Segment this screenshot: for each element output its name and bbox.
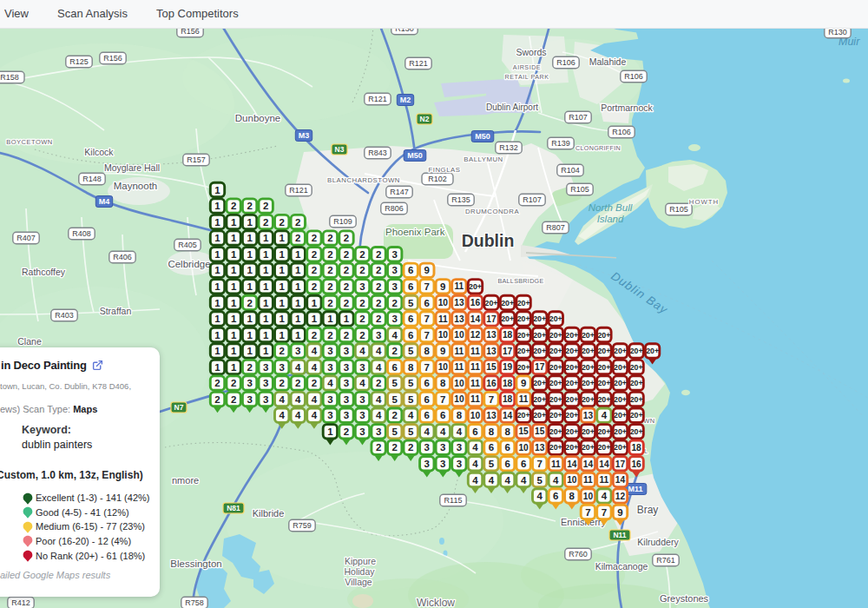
svg-text:4: 4	[536, 491, 542, 501]
svg-text:4: 4	[376, 362, 382, 373]
svg-text:8: 8	[504, 426, 510, 437]
svg-text:20+: 20+	[614, 347, 627, 355]
svg-text:7: 7	[440, 394, 445, 405]
svg-text:2: 2	[295, 217, 300, 228]
svg-text:Maynooth: Maynooth	[114, 181, 158, 191]
svg-text:R105: R105	[669, 205, 688, 214]
svg-text:1: 1	[231, 233, 237, 243]
svg-text:3: 3	[344, 346, 349, 356]
svg-text:20+: 20+	[485, 299, 498, 307]
svg-text:RETAIL PARK: RETAIL PARK	[505, 73, 549, 81]
svg-text:3: 3	[279, 362, 284, 373]
svg-text:12: 12	[470, 330, 481, 340]
svg-text:10: 10	[438, 298, 449, 307]
svg-text:20+: 20+	[630, 427, 643, 436]
svg-text:8: 8	[569, 491, 575, 501]
svg-text:BOYCETOWN: BOYCETOWN	[6, 138, 53, 146]
svg-text:1: 1	[263, 346, 269, 356]
svg-text:2: 2	[391, 298, 397, 308]
svg-text:4: 4	[504, 475, 510, 486]
svg-text:4: 4	[295, 410, 301, 420]
svg-text:Straffan: Straffan	[100, 306, 132, 316]
svg-text:2: 2	[279, 378, 284, 388]
svg-text:7: 7	[536, 459, 542, 469]
svg-text:3: 3	[457, 442, 462, 453]
svg-text:20+: 20+	[582, 427, 595, 436]
svg-text:20+: 20+	[597, 443, 610, 452]
svg-text:2: 2	[344, 265, 349, 275]
svg-text:10: 10	[438, 362, 449, 372]
svg-text:2: 2	[376, 442, 381, 453]
svg-text:1: 1	[214, 330, 220, 340]
svg-text:1: 1	[231, 249, 237, 260]
svg-text:20+: 20+	[614, 363, 627, 372]
svg-text:Dublin: Dublin	[462, 231, 515, 250]
svg-text:M50: M50	[475, 132, 490, 141]
svg-text:2: 2	[263, 217, 268, 228]
svg-text:R102: R102	[428, 175, 447, 183]
svg-text:2: 2	[359, 330, 365, 340]
svg-text:5: 5	[391, 426, 398, 437]
svg-text:11: 11	[600, 475, 609, 485]
svg-text:20+: 20+	[533, 347, 546, 355]
svg-text:20+: 20+	[549, 411, 562, 420]
svg-text:2: 2	[214, 378, 220, 388]
svg-text:7: 7	[489, 394, 494, 405]
svg-text:Moyglare Hall: Moyglare Hall	[104, 162, 160, 173]
svg-text:1: 1	[231, 330, 237, 340]
svg-text:3: 3	[391, 314, 397, 324]
svg-text:11: 11	[551, 459, 561, 469]
svg-text:20+: 20+	[614, 427, 627, 436]
svg-text:1: 1	[279, 330, 285, 340]
svg-text:R107: R107	[569, 113, 588, 122]
svg-text:1: 1	[214, 281, 220, 292]
svg-text:18: 18	[503, 394, 513, 404]
svg-text:2: 2	[312, 233, 317, 243]
svg-text:8: 8	[457, 410, 463, 420]
svg-text:2: 2	[312, 249, 317, 260]
svg-text:R412: R412	[11, 598, 30, 607]
svg-text:20+: 20+	[614, 443, 627, 452]
svg-text:R109: R109	[333, 217, 352, 226]
svg-text:2: 2	[327, 281, 332, 292]
svg-text:20+: 20+	[582, 443, 595, 452]
svg-text:1: 1	[214, 233, 220, 243]
svg-text:2: 2	[279, 346, 284, 356]
svg-text:20+: 20+	[597, 331, 610, 340]
svg-text:4: 4	[327, 378, 333, 388]
svg-text:Blessington: Blessington	[170, 558, 221, 569]
svg-text:2: 2	[214, 394, 220, 405]
svg-text:M50: M50	[407, 151, 423, 160]
svg-text:8: 8	[408, 362, 414, 373]
svg-text:R761: R761	[656, 556, 675, 565]
svg-text:2: 2	[327, 249, 332, 260]
svg-text:17: 17	[486, 314, 496, 324]
svg-text:14: 14	[583, 459, 594, 469]
svg-text:2: 2	[327, 265, 332, 275]
svg-text:8: 8	[424, 346, 431, 356]
svg-text:M4: M4	[99, 197, 110, 206]
svg-text:20+: 20+	[549, 379, 562, 387]
svg-text:N2: N2	[420, 115, 430, 123]
svg-text:15: 15	[535, 426, 545, 436]
svg-text:R115: R115	[444, 496, 463, 505]
svg-text:R405: R405	[178, 241, 197, 249]
svg-text:3: 3	[344, 378, 349, 388]
svg-text:3: 3	[359, 362, 365, 373]
svg-text:4: 4	[553, 475, 559, 486]
svg-text:11: 11	[470, 347, 480, 356]
svg-text:3: 3	[327, 410, 332, 420]
svg-text:Celbridge: Celbridge	[168, 259, 210, 269]
svg-text:1: 1	[247, 314, 253, 324]
svg-text:2: 2	[391, 410, 397, 420]
svg-text:9: 9	[617, 507, 622, 518]
svg-text:2: 2	[247, 362, 252, 373]
svg-text:18: 18	[503, 379, 513, 388]
svg-text:3: 3	[327, 346, 332, 356]
svg-text:2: 2	[376, 249, 381, 260]
svg-text:14: 14	[503, 411, 513, 420]
svg-text:20+: 20+	[501, 299, 514, 307]
svg-text:4: 4	[472, 475, 478, 486]
svg-text:1: 1	[247, 233, 253, 243]
svg-text:R130: R130	[828, 28, 847, 36]
